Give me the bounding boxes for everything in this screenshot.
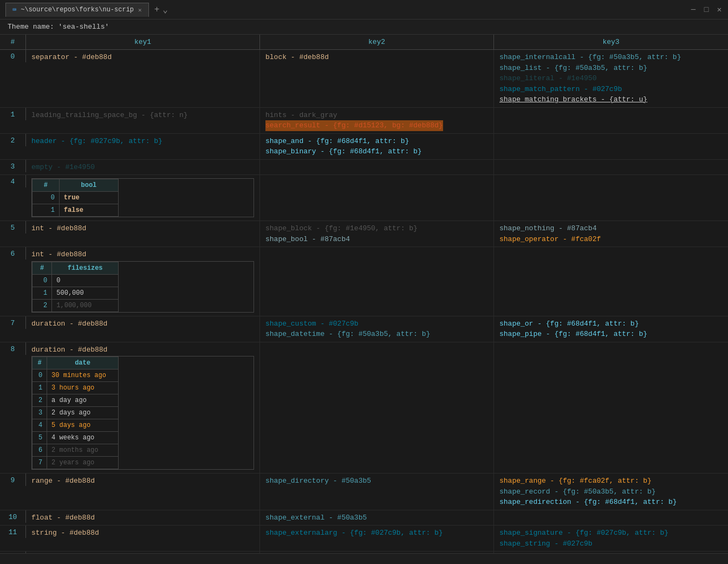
cell-key2 xyxy=(260,342,494,474)
row-number: 0 xyxy=(0,50,26,62)
table-row: 11string - #deb88dshape_externalarg - {f… xyxy=(0,526,728,552)
cell-key2: shape_custom - #027c9bshape_datetime - {… xyxy=(260,316,494,342)
row-number: 9 xyxy=(0,474,26,486)
cell-key1: separator - #deb88d xyxy=(26,50,260,107)
table-row: 7duration - #deb88dshape_custom - #027c9… xyxy=(0,316,728,342)
cell-key3: shape_range - {fg: #fca02f, attr: b}shap… xyxy=(494,474,728,510)
cell-key2: shape_externalarg - {fg: #027c9b, attr: … xyxy=(260,526,494,551)
cell-key3: shape_nothing - #87acb4shape_operator - … xyxy=(494,221,728,247)
row-number: 3 xyxy=(0,160,26,172)
window-controls: ─ □ ✕ xyxy=(690,7,723,13)
cell-key1: int - #deb88d#filesizes001500,00021,000,… xyxy=(26,247,260,316)
terminal-tab[interactable]: ⌨ ~\source\repos\forks\nu-scrip ✕ xyxy=(5,3,149,17)
cell-key3: shape_or - {fg: #68d4f1, attr: b}shape_p… xyxy=(494,316,728,342)
table-row: 3empty - #1e4950 xyxy=(0,160,728,176)
tab-label: ~\source\repos\forks\nu-scrip xyxy=(21,6,134,14)
cell-key1: string - #deb88d xyxy=(26,526,260,551)
data-table: 0separator - #deb88dblock - #deb88dshape… xyxy=(0,50,728,564)
terminal-icon: ⌨ xyxy=(12,6,16,14)
maximize-button[interactable]: □ xyxy=(703,7,710,13)
cell-key3 xyxy=(494,342,728,474)
col-header-key3: key3 xyxy=(494,35,728,49)
minimize-button[interactable]: ─ xyxy=(690,7,697,13)
cell-key1: leading_trailing_space_bg - {attr: n} xyxy=(26,108,260,133)
row-number: 11 xyxy=(0,526,26,538)
cell-key1: duration - #deb88d xyxy=(26,316,260,342)
close-button[interactable]: ✕ xyxy=(716,7,723,13)
cell-key3 xyxy=(494,510,728,526)
cell-key1: int - #deb88d xyxy=(26,221,260,247)
row-number: 4 xyxy=(0,175,26,187)
cell-key3 xyxy=(494,108,728,133)
row-number: 5 xyxy=(0,221,26,234)
new-tab-button[interactable]: + xyxy=(154,5,160,15)
table-row: 6int - #deb88d#filesizes001500,00021,000… xyxy=(0,247,728,316)
table-row: 2header - {fg: #027c9b, attr: b}shape_an… xyxy=(0,134,728,160)
cell-key2: block - #deb88d xyxy=(260,50,494,107)
row-number: 10 xyxy=(0,510,26,523)
tab-close-icon[interactable]: ✕ xyxy=(138,7,142,14)
cell-key1: header - {fg: #027c9b, attr: b} xyxy=(26,134,260,159)
col-header-key1: key1 xyxy=(26,35,260,49)
table-row: 1leading_trailing_space_bg - {attr: n}hi… xyxy=(0,108,728,134)
bottom-bar xyxy=(0,553,728,564)
nested-table: #filesizes001500,00021,000,000 xyxy=(31,261,254,313)
row-number: 2 xyxy=(0,134,26,146)
cell-key1: #bool0true1false xyxy=(26,175,260,221)
cell-key2: shape_block - {fg: #1e4950, attr: b}shap… xyxy=(260,221,494,247)
col-header-hash: # xyxy=(0,35,26,49)
col-header-key2: key2 xyxy=(260,35,494,49)
cell-key3: shape_signature - {fg: #027c9b, attr: b}… xyxy=(494,526,728,551)
nested-table: #bool0true1false xyxy=(31,178,254,217)
table-row: 0separator - #deb88dblock - #deb88dshape… xyxy=(0,50,728,108)
nested-table: #date030 minutes ago13 hours ago2a day a… xyxy=(31,356,254,470)
cell-key1: range - #deb88d xyxy=(26,474,260,510)
cell-key2: shape_directory - #50a3b5 xyxy=(260,474,494,510)
cell-key2: shape_external - #50a3b5 xyxy=(260,510,494,526)
table-row: 4#bool0true1false xyxy=(0,175,728,221)
cell-key3: shape_internalcall - {fg: #50a3b5, attr:… xyxy=(494,50,728,107)
tab-dropdown-button[interactable]: ⌄ xyxy=(162,4,168,15)
cell-key3 xyxy=(494,134,728,159)
cell-key2 xyxy=(260,160,494,175)
table-row: 9range - #deb88dshape_directory - #50a3b… xyxy=(0,474,728,510)
table-row: 5int - #deb88dshape_block - {fg: #1e4950… xyxy=(0,221,728,247)
row-number: 7 xyxy=(0,316,26,329)
cell-key3 xyxy=(494,247,728,316)
table-row: 8duration - #deb88d#date030 minutes ago1… xyxy=(0,342,728,474)
row-number: 6 xyxy=(0,247,26,260)
table-header: # key1 key2 key3 xyxy=(0,35,728,50)
table-row: 10float - #deb88dshape_external - #50a3b… xyxy=(0,510,728,526)
theme-text: Theme name: 'sea-shells' xyxy=(8,23,109,31)
cell-key2 xyxy=(260,175,494,221)
titlebar: ⌨ ~\source\repos\forks\nu-scrip ✕ + ⌄ ─ … xyxy=(0,0,728,20)
theme-line: Theme name: 'sea-shells' xyxy=(0,20,728,35)
cell-key2: hints - dark_graysearch_result - {fg: #d… xyxy=(260,108,494,133)
cell-key1: empty - #1e4950 xyxy=(26,160,260,175)
cell-key2 xyxy=(260,247,494,316)
cell-key2: shape_and - {fg: #68d4f1, attr: b}shape_… xyxy=(260,134,494,159)
cell-key1: float - #deb88d xyxy=(26,510,260,526)
cell-key1: duration - #deb88d#date030 minutes ago13… xyxy=(26,342,260,474)
cell-key3 xyxy=(494,160,728,175)
row-number: 8 xyxy=(0,342,26,355)
row-number: 1 xyxy=(0,108,26,120)
cell-key3 xyxy=(494,175,728,221)
